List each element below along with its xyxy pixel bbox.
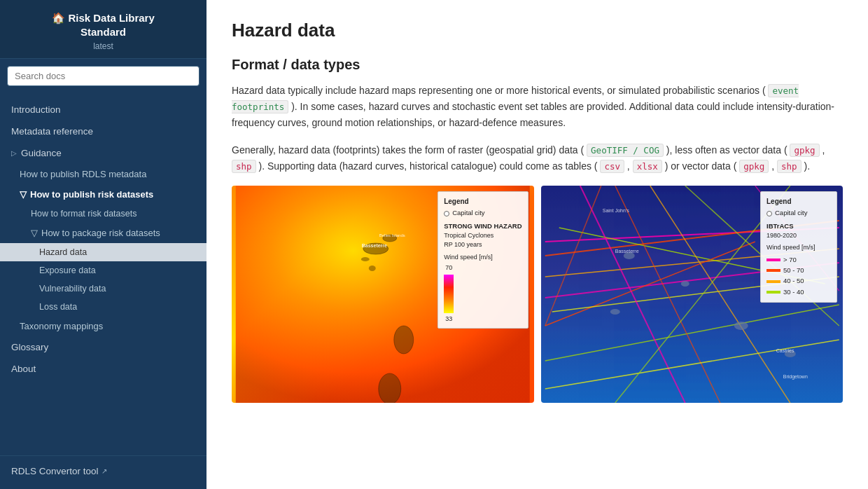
legend-swatch-1 bbox=[766, 259, 780, 261]
inline-code-shp2: shp bbox=[777, 160, 802, 173]
map-left-background: Basseterre Belles Islands Legend Capital… bbox=[232, 186, 534, 403]
chevron-icon: ▷ bbox=[11, 149, 17, 157]
sidebar-item-hazard-data[interactable]: Hazard data bbox=[0, 243, 206, 261]
sidebar-item-metadata-reference[interactable]: Metadata reference bbox=[0, 120, 206, 142]
legend-dot-icon bbox=[444, 211, 449, 216]
legend-wind-speed-right: Wind speed [m/s] bbox=[766, 243, 831, 253]
svg-text:Belles Islands: Belles Islands bbox=[379, 233, 405, 237]
section-format-title: Format / data types bbox=[232, 57, 843, 73]
inline-code-xlsx: xlsx bbox=[633, 160, 662, 173]
legend-swatch-3 bbox=[766, 280, 780, 283]
home-icon: 🏠 bbox=[52, 12, 65, 24]
map-left: Basseterre Belles Islands Legend Capital… bbox=[232, 186, 534, 403]
legend-colorbar-row: 70 33 bbox=[444, 263, 522, 324]
inline-code-shp1: shp bbox=[232, 160, 256, 173]
legend-range-3: 40 - 50 bbox=[766, 276, 831, 286]
sidebar-nav: Introduction Metadata reference ▷ Guidan… bbox=[0, 93, 206, 455]
legend-capital-city: Capital city bbox=[444, 208, 522, 218]
paragraph-1: Hazard data typically include hazard map… bbox=[232, 83, 843, 131]
map-right-background: Basseterre Saint John's Castries Bridget… bbox=[541, 186, 844, 403]
legend-right-capital-city: Capital city bbox=[766, 208, 831, 218]
sidebar: 🏠 Risk Data Library Standard latest Intr… bbox=[0, 0, 206, 489]
legend-rp: RP 100 years bbox=[444, 240, 522, 250]
sidebar-item-taxonomy-mappings[interactable]: Taxonomy mappings bbox=[0, 316, 206, 336]
sidebar-item-about[interactable]: About bbox=[0, 358, 206, 380]
sidebar-item-introduction[interactable]: Introduction bbox=[0, 99, 206, 120]
svg-line-22 bbox=[545, 340, 839, 389]
legend-range-1: > 70 bbox=[766, 255, 831, 265]
external-link-icon: ↗ bbox=[102, 467, 107, 475]
sidebar-item-format-risk-datasets[interactable]: How to format risk datasets bbox=[0, 205, 206, 223]
map-right-legend: Legend Capital city IBTrACS 1980-2020 Wi… bbox=[760, 191, 837, 303]
paragraph-2: Generally, hazard data (footprints) take… bbox=[232, 142, 843, 174]
legend-dataset-name: IBTrACS bbox=[766, 221, 831, 231]
legend-hazard-name: STRONG WIND HAZARD bbox=[444, 221, 522, 231]
svg-point-27 bbox=[734, 322, 748, 330]
svg-line-17 bbox=[580, 186, 685, 403]
sidebar-item-publish-rdls-metadata[interactable]: How to publish RDLS metadata bbox=[0, 164, 206, 184]
svg-line-18 bbox=[615, 186, 720, 403]
search-input[interactable] bbox=[7, 66, 200, 86]
svg-line-14 bbox=[545, 242, 755, 326]
map-right: Basseterre Saint John's Castries Bridget… bbox=[541, 186, 844, 403]
main-content: Hazard data Format / data types Hazard d… bbox=[206, 0, 868, 489]
sidebar-item-package-risk-datasets[interactable]: ▽ How to package risk datasets bbox=[0, 223, 206, 243]
sidebar-guidance-subnav: How to publish RDLS metadata ▽ How to pu… bbox=[0, 164, 206, 336]
sidebar-search-wrap bbox=[0, 59, 206, 93]
legend-swatch-4 bbox=[766, 291, 780, 294]
chevron-icon-package: ▽ bbox=[31, 228, 38, 238]
svg-point-29 bbox=[610, 309, 620, 315]
svg-point-5 bbox=[394, 326, 414, 354]
sidebar-footer: RDLS Convertor tool ↗ bbox=[0, 455, 206, 489]
svg-text:Bridgetown: Bridgetown bbox=[783, 374, 807, 380]
legend-range-2: 50 - 70 bbox=[766, 266, 831, 275]
colorbar-gradient bbox=[444, 275, 454, 313]
svg-point-6 bbox=[379, 373, 401, 403]
sidebar-item-publish-risk-datasets[interactable]: ▽ How to publish risk datasets bbox=[0, 184, 206, 205]
legend-range-4: 30 - 40 bbox=[766, 287, 831, 297]
svg-point-26 bbox=[680, 281, 689, 287]
chevron-icon-risk: ▽ bbox=[20, 189, 27, 200]
map-container: Basseterre Belles Islands Legend Capital… bbox=[232, 186, 843, 403]
svg-text:Basseterre: Basseterre bbox=[362, 243, 387, 248]
legend-wind-speed: Wind speed [m/s] bbox=[444, 253, 522, 263]
inline-code-csv: csv bbox=[600, 160, 624, 173]
sidebar-risk-datasets-subsection: How to format risk datasets ▽ How to pac… bbox=[0, 205, 206, 316]
sidebar-section-guidance[interactable]: ▷ Guidance bbox=[0, 142, 206, 164]
sidebar-package-subitems: Hazard data Exposure data Vulnerability … bbox=[0, 243, 206, 316]
sidebar-logo-title: 🏠 Risk Data Library Standard bbox=[8, 11, 198, 39]
legend-dot-right-icon bbox=[766, 211, 772, 216]
inline-code-geotiff: GeoTIFF / COG bbox=[587, 144, 664, 157]
sidebar-header: 🏠 Risk Data Library Standard latest bbox=[0, 0, 206, 59]
sidebar-item-glossary[interactable]: Glossary bbox=[0, 336, 206, 358]
legend-swatch-2 bbox=[766, 269, 780, 272]
svg-point-4 bbox=[369, 266, 376, 271]
legend-event-type: Tropical Cyclones bbox=[444, 231, 522, 241]
svg-text:Saint John's: Saint John's bbox=[602, 208, 629, 213]
legend-years: 1980-2020 bbox=[766, 231, 831, 241]
svg-text:Castries: Castries bbox=[776, 348, 794, 353]
sidebar-version: latest bbox=[8, 41, 198, 51]
sidebar-item-loss-data[interactable]: Loss data bbox=[0, 298, 206, 316]
page-title: Hazard data bbox=[232, 20, 843, 41]
sidebar-item-vulnerability-data[interactable]: Vulnerability data bbox=[0, 280, 206, 298]
sidebar-item-rdls-convertor[interactable]: RDLS Convertor tool ↗ bbox=[0, 460, 206, 482]
inline-code-gpkg2: gpkg bbox=[739, 160, 769, 173]
svg-line-23 bbox=[545, 186, 601, 326]
svg-text:Basseterre: Basseterre bbox=[615, 249, 638, 254]
legend-title: Legend bbox=[444, 196, 522, 207]
legend-ranges: > 70 50 - 70 40 - 50 30 - 40 bbox=[766, 255, 831, 297]
legend-right-title: Legend bbox=[766, 196, 831, 207]
sidebar-item-exposure-data[interactable]: Exposure data bbox=[0, 261, 206, 280]
map-left-legend: Legend Capital city STRONG WIND HAZARD T… bbox=[438, 191, 528, 329]
inline-code-gpkg1: gpkg bbox=[790, 144, 819, 157]
svg-point-3 bbox=[361, 257, 370, 261]
